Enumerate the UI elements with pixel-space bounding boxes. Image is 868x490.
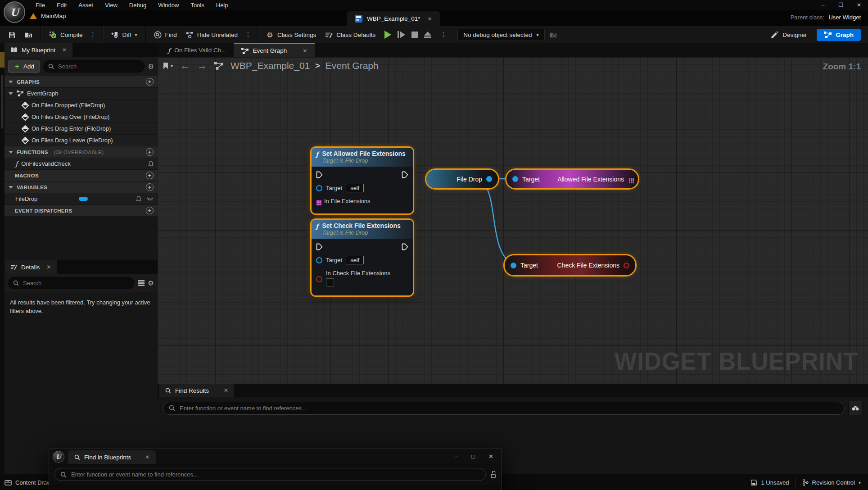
find-window-title-bar[interactable]: U Find in Blueprints ✕ – □ ✕ <box>49 449 502 464</box>
menu-window[interactable]: Window <box>152 0 185 10</box>
graph-button[interactable]: Graph <box>817 29 861 41</box>
close-button[interactable]: ✕ <box>488 453 493 460</box>
bookmark-dropdown[interactable]: ▾ <box>163 62 173 69</box>
bool-output-pin[interactable] <box>624 263 629 268</box>
menu-tools[interactable]: Tools <box>185 0 210 10</box>
close-icon[interactable]: ✕ <box>224 387 228 394</box>
event-graph-canvas[interactable]: ▾ ← → WBP_Example_01 > Event Graph Zoom … <box>158 57 868 384</box>
find-window-search[interactable] <box>54 468 486 481</box>
find-window-search-input[interactable] <box>70 471 480 478</box>
variables-section-header[interactable]: VARIABLES ＋ <box>5 181 158 193</box>
diff-button[interactable]: Diff ▾ <box>107 31 142 39</box>
eject-icon[interactable] <box>424 32 431 38</box>
close-icon[interactable]: ✕ <box>46 264 51 270</box>
add-macro-icon[interactable]: ＋ <box>146 172 154 179</box>
stop-icon[interactable] <box>411 32 418 38</box>
hide-unrelated-options-icon[interactable]: ⋮ <box>242 31 254 38</box>
add-button[interactable]: ＋ Add <box>8 60 40 73</box>
frame-skip-icon[interactable] <box>398 31 405 38</box>
find-results-search[interactable] <box>163 402 845 415</box>
debug-object-dropdown[interactable]: No debug object selected ▾ <box>457 29 544 41</box>
sidebar-item-event[interactable]: On Files Drag Leave (FileDrop) <box>5 135 158 146</box>
add-variable-icon[interactable]: ＋ <box>146 183 154 191</box>
find-button[interactable]: Find <box>149 31 181 39</box>
save-button[interactable] <box>4 31 20 39</box>
minimize-button[interactable]: – <box>814 0 832 10</box>
grid-view-icon[interactable] <box>138 280 145 286</box>
revision-control-button[interactable]: Revision Control ▾ <box>802 479 861 486</box>
class-defaults-button[interactable]: Class Defaults <box>321 31 380 39</box>
node-set-allowed-file-extensions[interactable]: ƒ Set Allowed File Extensions Target is … <box>312 148 413 213</box>
array-pin[interactable] <box>316 200 318 202</box>
menu-edit[interactable]: Edit <box>51 0 72 10</box>
add-function-icon[interactable]: ＋ <box>146 148 154 156</box>
content-drawer-button[interactable]: Content Draw... <box>0 479 56 486</box>
sidebar-item-variable-filedrop[interactable]: FileDrop <box>5 193 158 205</box>
target-pin[interactable] <box>512 176 518 182</box>
menu-file[interactable]: File <box>30 0 51 10</box>
browse-asset-button[interactable] <box>20 31 37 39</box>
breadcrumb-root[interactable]: WBP_Example_01 <box>231 60 310 71</box>
play-options-icon[interactable]: ⋮ <box>438 31 449 38</box>
exec-out-pin[interactable] <box>402 171 408 178</box>
designer-button[interactable]: Designer <box>771 31 807 38</box>
details-search-input[interactable] <box>22 279 129 287</box>
close-button[interactable]: ✕ <box>850 0 868 10</box>
my-blueprint-search-input[interactable] <box>57 63 140 70</box>
add-dispatcher-icon[interactable]: ＋ <box>146 207 154 214</box>
graphs-section-header[interactable]: GRAPHS ＋ <box>5 76 158 88</box>
functions-section-header[interactable]: FUNCTIONS (39 OVERRIDABLE) ＋ <box>5 146 158 158</box>
minimize-button[interactable]: – <box>455 453 458 460</box>
find-in-blueprints-window[interactable]: U Find in Blueprints ✕ – □ ✕ <box>49 449 502 490</box>
array-output-pin[interactable] <box>629 178 630 180</box>
sidebar-item-eventgraph[interactable]: EventGraph <box>5 88 158 100</box>
sidebar-item-event[interactable]: On Files Drag Over (FileDrop) <box>5 111 158 123</box>
eye-closed-icon[interactable] <box>147 197 154 201</box>
tab-details[interactable]: Details ✕ <box>5 260 57 274</box>
browse-debug-button[interactable] <box>545 31 561 39</box>
hide-unrelated-button[interactable]: Hide Unrelated <box>181 31 242 39</box>
sidebar-item-event[interactable]: On Files Drag Enter (FileDrop) <box>5 123 158 135</box>
tab-find-results[interactable]: Find Results ✕ <box>159 384 234 397</box>
close-icon[interactable]: ✕ <box>303 48 307 54</box>
tab-my-blueprint[interactable]: My Blueprint ✕ <box>5 43 72 57</box>
target-default-value[interactable]: self <box>346 184 364 192</box>
find-results-search-input[interactable] <box>179 404 839 412</box>
menu-help[interactable]: Help <box>210 0 234 10</box>
output-pin[interactable] <box>486 176 492 182</box>
menu-view[interactable]: View <box>99 0 123 10</box>
node-get-allowed-file-extensions[interactable]: Target Allowed File Extensions <box>506 170 638 188</box>
forward-arrow-icon[interactable]: → <box>197 61 207 70</box>
node-get-file-drop[interactable]: File Drop <box>426 170 498 188</box>
maximize-button[interactable]: □ <box>471 453 475 460</box>
breadcrumb-current[interactable]: Event Graph <box>326 60 379 71</box>
tab-find-in-blueprints[interactable]: Find in Blueprints ✕ <box>68 450 156 464</box>
exec-out-pin[interactable] <box>402 243 408 250</box>
filter-gear-icon[interactable]: ⚙ <box>148 63 154 71</box>
menu-debug[interactable]: Debug <box>123 0 152 10</box>
bool-pin[interactable] <box>316 276 322 282</box>
target-pin[interactable] <box>316 185 322 191</box>
close-icon[interactable]: ✕ <box>62 47 67 53</box>
exec-in-pin[interactable] <box>316 243 323 250</box>
my-blueprint-search[interactable] <box>43 60 145 73</box>
class-settings-button[interactable]: ⚙ Class Settings <box>262 31 321 39</box>
tab-close-icon[interactable]: ✕ <box>428 16 432 22</box>
event-dispatchers-section-header[interactable]: EVENT DISPATCHERS ＋ <box>5 205 158 217</box>
details-search[interactable] <box>8 277 134 289</box>
node-set-check-file-extensions[interactable]: ƒ Set Check File Extensions Target is Fi… <box>312 220 413 295</box>
close-icon[interactable]: ✕ <box>145 454 149 460</box>
compile-options-icon[interactable]: ⋮ <box>87 31 99 38</box>
sidebar-item-function[interactable]: ƒ OnFilesValidCheck <box>5 158 158 170</box>
lock-open-icon[interactable] <box>490 471 496 478</box>
node-get-check-file-extensions[interactable]: Target Check File Extensions <box>505 255 635 275</box>
tab-mainmap[interactable]: MainMap <box>30 13 66 19</box>
macros-section-header[interactable]: MACROS ＋ <box>5 170 158 181</box>
restore-button[interactable]: ❐ <box>832 0 850 10</box>
compile-button[interactable]: Compile <box>45 31 87 39</box>
add-graph-icon[interactable]: ＋ <box>146 78 154 86</box>
tab-wbp-example[interactable]: WBP_Example_01* ✕ <box>347 11 440 26</box>
parent-class-link[interactable]: User Widget <box>828 14 861 21</box>
dock-tab-marker[interactable] <box>0 52 5 68</box>
dock-scrollbar[interactable] <box>1 75 3 129</box>
